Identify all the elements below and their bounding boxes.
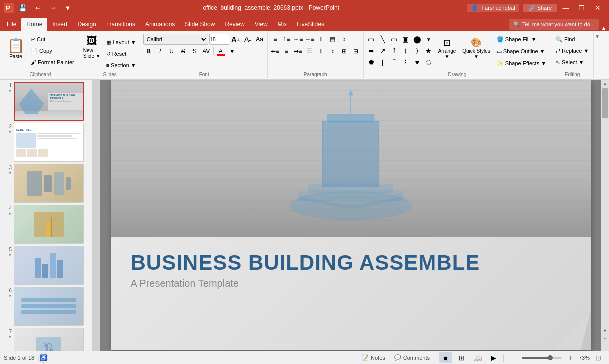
notes-button[interactable]: 📝 Notes [359,354,388,362]
user-account[interactable]: 👤 Farshad Iqbal [468,4,519,12]
customize-qat-button[interactable]: ▼ [61,1,75,15]
shape-select-pentagon[interactable]: ⬠ [424,57,434,68]
tab-review[interactable]: Review [220,18,250,31]
redo-button[interactable]: ↪ [46,1,60,15]
shape-select-rect2[interactable]: ▭ [389,34,400,45]
tab-insert[interactable]: Insert [48,18,72,31]
format-painter-button[interactable]: 🖌 Format Painter [28,57,77,68]
close-button[interactable]: ✕ [591,1,605,15]
smart-art-button[interactable]: ▤ [328,34,338,45]
strikethrough-button[interactable]: S [178,46,189,57]
tell-me-search[interactable]: 🔍 Tell me what you want to do... [510,19,599,30]
slideshow-view-button[interactable]: ▶ [488,352,500,364]
shape-select-oval[interactable]: ⬤ [412,34,423,45]
tab-file[interactable]: File [2,18,22,31]
tab-slideshow[interactable]: Slide Show [180,18,220,31]
shape-select-more[interactable]: ▼ [424,34,434,45]
slide-thumb-7[interactable]: 7 ★ 🏗 [2,328,90,351]
shape-fill-button[interactable]: 🪣 Shape Fill ▼ [494,34,549,45]
shape-select-heart[interactable]: ♥ [412,57,423,68]
shape-outline-button[interactable]: ▭ Shape Outline ▼ [494,46,549,57]
ribbon-collapse-button[interactable]: ▲ [601,25,607,31]
scroll-down-button[interactable]: ▼ [602,328,608,334]
accessibility-button[interactable]: ♿ [38,353,48,363]
shape-select-arrow3[interactable]: ⤴ [389,46,400,56]
zoom-out-button[interactable]: − [507,352,520,364]
slide-thumb-4[interactable]: 4 ★ [2,205,90,244]
decrease-indent-button[interactable]: ←≡ [293,34,304,45]
shape-effects-button[interactable]: ✨ Shape Effects ▼ [494,58,549,69]
italic-button[interactable]: I [155,46,166,57]
slide-sorter-button[interactable]: ⊞ [456,352,468,364]
find-button[interactable]: 🔍 Find [554,34,592,45]
tab-transitions[interactable]: Transitions [102,18,140,31]
shape-select-rectangle[interactable]: ▭ [366,34,377,45]
new-slide-button[interactable]: 🖼 NewSlide ▼ [82,34,103,60]
section-button[interactable]: ≡ Section ▼ [104,60,139,71]
character-spacing-button[interactable]: AV [201,46,212,57]
convert-button[interactable]: ↕ [339,34,350,45]
slide-thumb-1[interactable]: 1 ★ BUSINESS BUILDING ASSEMBLE A Present… [2,82,90,121]
tab-view[interactable]: View [250,18,273,31]
restore-button[interactable]: ❐ [575,1,589,15]
zoom-handle[interactable] [548,356,553,360]
shape-select-star[interactable]: ★ [424,46,434,56]
slide-thumb-3[interactable]: 3 ★ [2,164,90,203]
tab-design[interactable]: Design [72,18,101,31]
justify-button[interactable]: ☰ [304,46,316,57]
align-right-button[interactable]: ➡≡ [293,46,304,57]
scroll-up-button[interactable]: ▲ [602,80,608,88]
tab-animations[interactable]: Animations [140,18,180,31]
numbering-button[interactable]: 1≡ [282,34,292,45]
align-left-button[interactable]: ⬅≡ [270,46,281,57]
line-spacing-button[interactable]: ↕ [328,46,338,57]
slide-canvas[interactable]: BUSINESS BUILDING ASSEMBLE A Presentatio… [111,80,591,350]
underline-button[interactable]: U [166,46,178,57]
increase-font-button[interactable]: A+ [230,34,242,45]
tab-mix[interactable]: Mix [273,18,292,31]
bullets-button[interactable]: ≡ [270,34,281,45]
bold-button[interactable]: B [144,46,154,57]
zoom-slider[interactable] [522,357,562,359]
reset-button[interactable]: ↺ Reset [104,48,139,60]
paste-button[interactable]: 📋 Paste [4,34,28,63]
replace-button[interactable]: ⇄ Replace ▼ [554,46,592,56]
scroll-zoom-button[interactable]: + [602,336,608,342]
text-direction-button[interactable]: ⊞ [339,46,350,57]
shape-select-freeform[interactable]: ⌒ [389,57,400,68]
quick-styles-button[interactable]: 🎨 Quick Styles ▼ [460,34,493,63]
shape-select-callout2[interactable]: ⟩ [412,46,423,56]
shape-select-rect3[interactable]: ▣ [400,34,412,45]
comments-button[interactable]: 💬 Comments [392,354,433,362]
scroll-thumb[interactable] [602,88,608,118]
increase-indent-button[interactable]: →≡ [304,34,316,45]
slide-thumb-2[interactable]: 2 ★ SLIDE TITLE [2,123,90,162]
font-size-input[interactable] [210,34,230,45]
shape-select-curve[interactable]: ∫ [378,57,388,68]
save-button[interactable]: 💾 [16,1,30,15]
undo-button[interactable]: ↩ [31,1,45,15]
columns-button[interactable]: ⫴ [316,34,327,45]
tab-home[interactable]: Home [22,18,48,31]
normal-view-button[interactable]: ▣ [440,352,452,364]
align-center-button[interactable]: ≡ [282,46,292,57]
slide-thumb-5[interactable]: 5 ★ [2,246,90,285]
tab-liveslides[interactable]: LiveSlides [292,18,330,31]
font-color-dropdown[interactable]: ▼ [227,46,238,57]
reading-view-button[interactable]: 📖 [472,352,484,364]
minimize-button[interactable]: — [559,1,573,15]
shape-select-arrow2[interactable]: ↗ [378,46,388,56]
font-color-button[interactable]: A [216,46,226,57]
zoom-in-button[interactable]: + [564,352,577,364]
slide-thumb-6[interactable]: 6 ★ [2,287,90,326]
shape-select-scribble[interactable]: ⌇ [400,57,412,68]
shape-select-polygon[interactable]: ⬟ [366,57,377,68]
shape-select-arrow[interactable]: ⬌ [366,46,377,56]
columns-split-button[interactable]: ⫴ [316,46,327,57]
shape-select-line[interactable]: ╲ [378,34,388,45]
shape-select-callout[interactable]: ⟨ [400,46,412,56]
cut-button[interactable]: ✂ Cut [28,34,77,45]
align-text-button[interactable]: ⊟ [350,46,362,57]
decrease-font-button[interactable]: A- [242,34,254,45]
copy-button[interactable]: 📄 Copy [28,46,77,56]
